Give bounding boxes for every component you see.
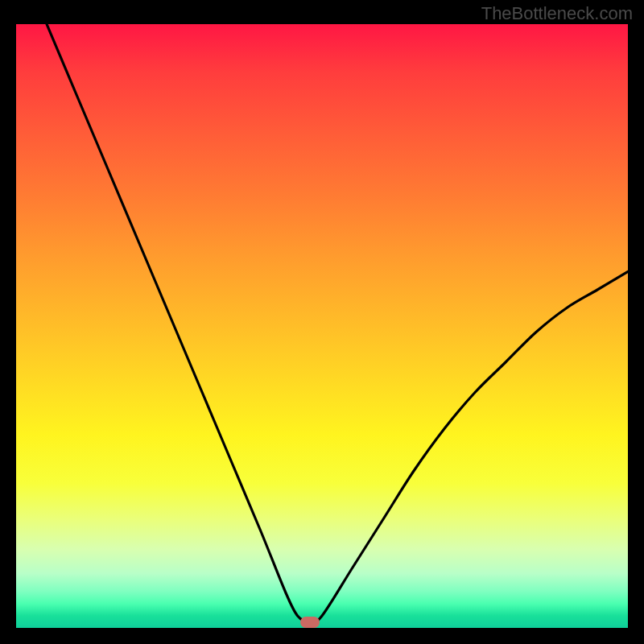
- bottleneck-curve: [47, 24, 628, 622]
- watermark-text: TheBottleneck.com: [481, 3, 633, 24]
- minimum-marker: [300, 617, 320, 628]
- curve-svg: [16, 24, 628, 628]
- plot-area: [16, 24, 628, 628]
- chart-container: TheBottleneck.com: [0, 0, 644, 644]
